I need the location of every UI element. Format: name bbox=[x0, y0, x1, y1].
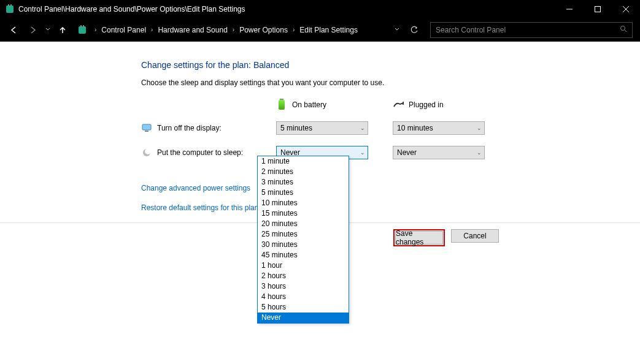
title-bar: Control Panel\Hardware and Sound\Power O… bbox=[0, 0, 640, 18]
dropdown-option[interactable]: 45 minutes bbox=[258, 250, 349, 260]
row-sleep-label: Put the computer to sleep: bbox=[141, 147, 258, 158]
dropdown-option[interactable]: 5 hours bbox=[258, 302, 349, 313]
dropdown-option[interactable]: 10 minutes bbox=[258, 198, 349, 208]
app-icon bbox=[5, 4, 15, 14]
svg-rect-15 bbox=[142, 124, 151, 130]
svg-point-18 bbox=[145, 148, 151, 154]
column-header-plugged: Plugged in bbox=[393, 99, 491, 110]
search-placeholder: Search Control Panel bbox=[436, 26, 620, 34]
dropdown-option[interactable]: 3 hours bbox=[258, 281, 349, 292]
address-icon bbox=[76, 24, 88, 36]
svg-rect-0 bbox=[6, 6, 13, 13]
monitor-icon bbox=[141, 123, 152, 134]
save-button[interactable]: Save changes bbox=[395, 231, 443, 245]
plug-icon bbox=[393, 99, 404, 110]
forward-button[interactable] bbox=[25, 21, 42, 39]
dropdown-option[interactable]: 30 minutes bbox=[258, 240, 349, 250]
links-section: Change advanced power settings Restore d… bbox=[141, 184, 640, 212]
sleep-plugged-combo[interactable]: Never ⌄ bbox=[393, 146, 485, 159]
svg-rect-8 bbox=[80, 25, 82, 27]
crumb-control-panel[interactable]: Control Panel bbox=[98, 26, 150, 34]
chevron-right-icon[interactable]: › bbox=[94, 26, 96, 33]
up-button[interactable] bbox=[54, 21, 71, 39]
chevron-down-icon: ⌄ bbox=[477, 125, 482, 131]
svg-rect-12 bbox=[280, 99, 283, 100]
chevron-right-icon[interactable]: › bbox=[233, 26, 234, 33]
chevron-down-icon: ⌄ bbox=[360, 150, 365, 156]
dropdown-option[interactable]: 20 minutes bbox=[258, 219, 349, 229]
svg-rect-7 bbox=[79, 26, 86, 34]
crumb-edit-plan[interactable]: Edit Plan Settings bbox=[296, 26, 361, 34]
window-title: Control Panel\Hardware and Sound\Power O… bbox=[18, 5, 555, 13]
minimize-button[interactable] bbox=[555, 0, 584, 18]
content-area: Change settings for the plan: Balanced C… bbox=[0, 42, 640, 364]
dropdown-option[interactable]: 2 hours bbox=[258, 271, 349, 281]
chevron-right-icon[interactable]: › bbox=[293, 26, 295, 33]
address-dropdown-icon[interactable] bbox=[393, 26, 401, 33]
dropdown-option[interactable]: 1 minute bbox=[258, 156, 349, 167]
sleep-battery-dropdown[interactable]: 1 minute2 minutes3 minutes5 minutes10 mi… bbox=[257, 156, 349, 324]
svg-rect-16 bbox=[145, 131, 148, 132]
chevron-right-icon[interactable]: › bbox=[151, 26, 153, 33]
column-header-plugged-label: Plugged in bbox=[409, 100, 444, 109]
recent-dropdown-icon[interactable] bbox=[44, 26, 52, 33]
dropdown-option[interactable]: 2 minutes bbox=[258, 167, 349, 177]
window-controls bbox=[555, 0, 640, 18]
page-subtitle: Choose the sleep and display settings th… bbox=[141, 78, 640, 87]
dropdown-option[interactable]: 15 minutes bbox=[258, 208, 349, 219]
svg-rect-4 bbox=[595, 7, 601, 12]
refresh-button[interactable] bbox=[406, 21, 423, 39]
search-icon bbox=[620, 25, 627, 34]
row-sleep-text: Put the computer to sleep: bbox=[157, 148, 243, 157]
svg-rect-13 bbox=[279, 100, 285, 110]
restore-defaults-link[interactable]: Restore default settings for this plan bbox=[141, 203, 640, 212]
dropdown-option[interactable]: 4 hours bbox=[258, 292, 349, 302]
dropdown-option[interactable]: Never bbox=[258, 313, 349, 323]
crumb-hardware-sound[interactable]: Hardware and Sound bbox=[154, 26, 231, 34]
chevron-down-icon: ⌄ bbox=[360, 125, 365, 131]
row-display-text: Turn off the display: bbox=[157, 124, 222, 132]
close-button[interactable] bbox=[612, 0, 640, 18]
sleep-plugged-value: Never bbox=[397, 148, 417, 157]
battery-icon bbox=[276, 99, 287, 110]
cancel-button[interactable]: Cancel bbox=[451, 229, 499, 243]
svg-rect-9 bbox=[83, 25, 84, 27]
dropdown-option[interactable]: 5 minutes bbox=[258, 188, 349, 198]
display-plugged-value: 10 minutes bbox=[397, 124, 433, 132]
svg-rect-1 bbox=[8, 4, 9, 6]
chevron-down-icon: ⌄ bbox=[477, 150, 482, 156]
breadcrumb: › Control Panel › Hardware and Sound › P… bbox=[92, 22, 403, 38]
maximize-button[interactable] bbox=[584, 0, 612, 18]
display-battery-combo[interactable]: 5 minutes ⌄ bbox=[276, 121, 368, 135]
svg-line-11 bbox=[625, 30, 627, 32]
advanced-settings-link[interactable]: Change advanced power settings bbox=[141, 184, 640, 192]
settings-grid: On battery Plugged in Turn off the displ… bbox=[141, 99, 640, 159]
nav-bar: › Control Panel › Hardware and Sound › P… bbox=[0, 18, 640, 42]
row-display-label: Turn off the display: bbox=[141, 123, 258, 134]
dropdown-option[interactable]: 25 minutes bbox=[258, 229, 349, 240]
dropdown-option[interactable]: 1 hour bbox=[258, 260, 349, 271]
search-input[interactable]: Search Control Panel bbox=[430, 22, 633, 38]
svg-point-10 bbox=[621, 26, 625, 31]
display-battery-value: 5 minutes bbox=[280, 124, 312, 132]
svg-rect-2 bbox=[10, 4, 12, 6]
back-button[interactable] bbox=[5, 21, 22, 39]
page-title: Change settings for the plan: Balanced bbox=[141, 60, 640, 70]
save-button-highlight: Save changes bbox=[393, 229, 445, 246]
crumb-power-options[interactable]: Power Options bbox=[236, 26, 291, 34]
moon-icon bbox=[141, 147, 152, 158]
display-plugged-combo[interactable]: 10 minutes ⌄ bbox=[393, 121, 485, 135]
column-header-battery-label: On battery bbox=[292, 100, 326, 109]
dropdown-option[interactable]: 3 minutes bbox=[258, 177, 349, 188]
column-header-battery: On battery bbox=[276, 99, 374, 110]
svg-rect-14 bbox=[403, 102, 404, 105]
